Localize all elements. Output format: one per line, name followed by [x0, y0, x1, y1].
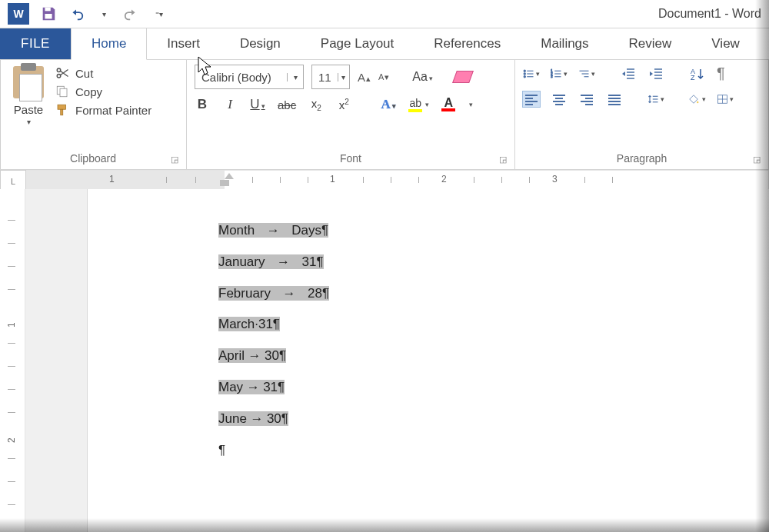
font-name-value: Calibri (Body): [195, 71, 287, 84]
vruler-num-2: 2: [6, 437, 17, 443]
font-name-combo[interactable]: Calibri (Body) ▾: [195, 65, 304, 89]
font-size-value: 11: [312, 71, 338, 84]
text-line[interactable]: February→28¶: [218, 278, 738, 310]
sup-s: 2: [345, 98, 349, 106]
superscript-button[interactable]: x2: [336, 98, 351, 111]
paste-icon: [13, 66, 44, 98]
svg-text:3: 3: [551, 75, 553, 78]
format-painter-label: Format Painter: [75, 104, 151, 117]
svg-rect-5: [60, 88, 67, 97]
page-viewport[interactable]: Month→Days¶January→31¶February→28¶March·…: [25, 189, 769, 532]
shrink-font-button[interactable]: A▾: [378, 72, 389, 82]
bullets-button[interactable]: ▾: [523, 66, 540, 81]
svg-point-12: [524, 75, 525, 77]
text-line[interactable]: January→31¶: [218, 247, 738, 278]
svg-point-10: [524, 72, 525, 74]
clear-formatting-button[interactable]: [452, 71, 474, 83]
ruler-num-left-1: 1: [109, 174, 115, 185]
ribbon-tab-row: FILE Home Insert Design Page Layout Refe…: [0, 28, 769, 60]
font-color-button[interactable]: A: [441, 98, 455, 111]
shrink-font-letter: A: [378, 72, 384, 81]
app-abbrev: W: [13, 8, 23, 20]
text-effects-button[interactable]: A▾: [381, 97, 396, 112]
font-color-caret-icon[interactable]: ▾: [469, 101, 473, 108]
save-icon[interactable]: [40, 5, 57, 22]
ribbon: Paste ▾ Cut Copy Format Painter: [0, 60, 769, 170]
copy-button[interactable]: Copy: [55, 85, 151, 98]
tab-review[interactable]: Review: [609, 28, 692, 59]
text-line[interactable]: March·31¶: [218, 309, 738, 341]
strikethrough-button[interactable]: abc: [278, 98, 296, 111]
tab-home[interactable]: Home: [71, 28, 147, 60]
copy-icon: [55, 85, 69, 98]
undo-caret-icon[interactable]: ▾: [95, 5, 112, 22]
subscript-button[interactable]: x2: [308, 97, 324, 112]
cut-label: Cut: [75, 67, 93, 80]
font-launcher-icon[interactable]: ◲: [499, 155, 507, 165]
justify-button[interactable]: [606, 91, 623, 107]
paragraph-launcher-icon[interactable]: ◲: [753, 155, 761, 165]
group-font: Calibri (Body) ▾ 11 ▾ A▴ A▾ Aa▾: [187, 60, 515, 169]
vertical-ruler[interactable]: 1 2: [0, 189, 25, 532]
align-right-button[interactable]: [578, 91, 595, 107]
tab-file[interactable]: FILE: [0, 28, 71, 59]
shading-button[interactable]: ▾: [689, 91, 706, 107]
redo-icon[interactable]: [123, 5, 140, 22]
horizontal-ruler[interactable]: 1 1 2 3: [26, 170, 769, 191]
paste-button[interactable]: Paste ▾: [8, 65, 49, 126]
format-painter-button[interactable]: Format Painter: [55, 103, 151, 117]
tab-page-layout[interactable]: Page Layout: [301, 28, 414, 59]
vruler-num-1: 1: [6, 322, 17, 328]
group-clipboard: Paste ▾ Cut Copy Format Painter: [0, 60, 187, 169]
cut-button[interactable]: Cut: [55, 66, 151, 80]
document-content[interactable]: Month→Days¶January→31¶February→28¶March·…: [218, 215, 738, 466]
bold-button[interactable]: B: [195, 97, 210, 112]
sort-button[interactable]: AZ: [689, 66, 706, 81]
change-case-label: Aa: [412, 70, 428, 83]
document-area: 1 2 Month→Days¶January→31¶February→28¶Ma…: [0, 189, 769, 532]
decrease-indent-button[interactable]: [620, 66, 637, 81]
svg-point-8: [524, 70, 525, 71]
show-hide-button[interactable]: ¶: [717, 65, 725, 82]
increase-indent-button[interactable]: [647, 66, 664, 81]
underline-button[interactable]: U▾: [250, 97, 265, 112]
line-spacing-button[interactable]: ▾: [647, 91, 664, 107]
change-case-button[interactable]: Aa▾: [412, 70, 433, 84]
tab-view[interactable]: View: [691, 28, 760, 59]
word-app-icon: W: [8, 3, 29, 25]
italic-button[interactable]: I: [222, 97, 238, 112]
font-name-caret-icon[interactable]: ▾: [287, 73, 303, 81]
qat-customize-icon[interactable]: ⁼▾: [151, 5, 168, 22]
paragraph-group-label: Paragraph: [617, 152, 667, 165]
multilevel-list-button[interactable]: ▾: [578, 66, 595, 81]
fx-letter: A: [381, 97, 391, 111]
text-line[interactable]: June→30¶: [218, 404, 738, 435]
align-left-button[interactable]: [523, 91, 540, 107]
text-line[interactable]: May→31¶: [218, 372, 738, 404]
align-center-button[interactable]: [551, 91, 568, 107]
highlight-button[interactable]: ab ▾: [408, 97, 429, 112]
font-color-letter: A: [444, 98, 453, 108]
tab-insert[interactable]: Insert: [147, 28, 220, 59]
font-size-caret-icon[interactable]: ▾: [338, 73, 349, 81]
numbering-button[interactable]: 123▾: [551, 66, 568, 81]
clipboard-group-label: Clipboard: [70, 152, 116, 165]
clipboard-launcher-icon[interactable]: ◲: [171, 155, 178, 165]
font-size-combo[interactable]: 11 ▾: [311, 65, 350, 89]
borders-button[interactable]: ▾: [717, 91, 734, 107]
copy-label: Copy: [75, 85, 102, 98]
page: Month→Days¶January→31¶February→28¶March·…: [87, 189, 769, 532]
tab-design[interactable]: Design: [220, 28, 301, 59]
paste-caret-icon[interactable]: ▾: [27, 118, 31, 126]
text-line[interactable]: April→30¶: [218, 341, 738, 372]
svg-rect-6: [58, 105, 66, 109]
tab-mailings[interactable]: Mailings: [521, 28, 608, 59]
sub-s: 2: [317, 104, 321, 112]
title-bar: W ▾ ⁼▾ Document1 - Word: [0, 0, 769, 28]
text-line[interactable]: Month→Days¶: [218, 215, 738, 247]
svg-text:Z: Z: [691, 74, 695, 81]
grow-font-button[interactable]: A▴: [358, 71, 371, 84]
tab-references[interactable]: References: [414, 28, 521, 59]
end-paragraph[interactable]: ¶: [218, 435, 738, 467]
undo-icon[interactable]: [68, 5, 85, 22]
